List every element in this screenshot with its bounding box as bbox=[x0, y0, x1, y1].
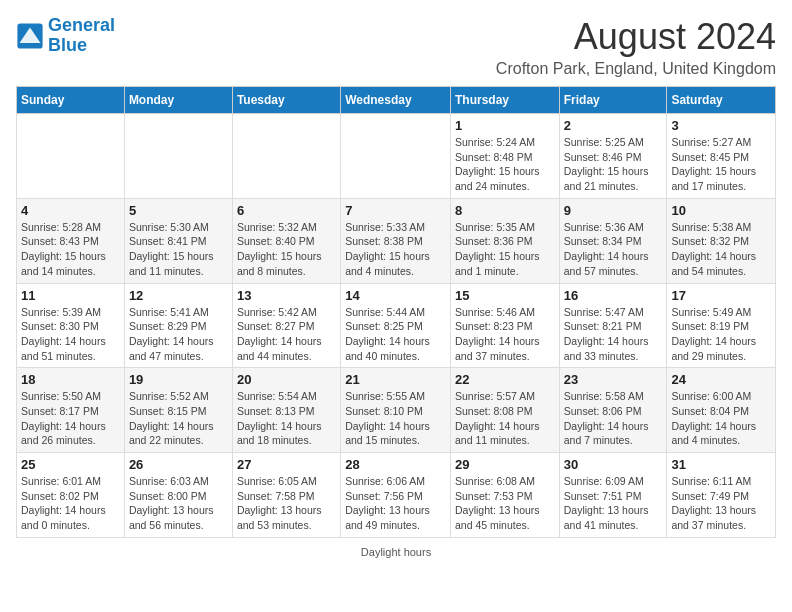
day-number: 30 bbox=[564, 457, 663, 472]
day-info: Sunrise: 6:03 AM Sunset: 8:00 PM Dayligh… bbox=[129, 474, 228, 533]
day-info: Sunrise: 5:28 AM Sunset: 8:43 PM Dayligh… bbox=[21, 220, 120, 279]
calendar-header-row: SundayMondayTuesdayWednesdayThursdayFrid… bbox=[17, 87, 776, 114]
day-info: Sunrise: 5:55 AM Sunset: 8:10 PM Dayligh… bbox=[345, 389, 446, 448]
logo: General Blue bbox=[16, 16, 115, 56]
day-info: Sunrise: 5:27 AM Sunset: 8:45 PM Dayligh… bbox=[671, 135, 771, 194]
calendar-cell: 18Sunrise: 5:50 AM Sunset: 8:17 PM Dayli… bbox=[17, 368, 125, 453]
day-number: 17 bbox=[671, 288, 771, 303]
footer-note: Daylight hours bbox=[16, 546, 776, 558]
day-info: Sunrise: 5:30 AM Sunset: 8:41 PM Dayligh… bbox=[129, 220, 228, 279]
calendar-cell: 3Sunrise: 5:27 AM Sunset: 8:45 PM Daylig… bbox=[667, 114, 776, 199]
calendar-cell: 8Sunrise: 5:35 AM Sunset: 8:36 PM Daylig… bbox=[450, 198, 559, 283]
page-title: August 2024 bbox=[496, 16, 776, 58]
day-info: Sunrise: 5:44 AM Sunset: 8:25 PM Dayligh… bbox=[345, 305, 446, 364]
calendar-cell: 30Sunrise: 6:09 AM Sunset: 7:51 PM Dayli… bbox=[559, 453, 667, 538]
day-number: 21 bbox=[345, 372, 446, 387]
day-number: 28 bbox=[345, 457, 446, 472]
day-number: 29 bbox=[455, 457, 555, 472]
calendar-day-header: Thursday bbox=[450, 87, 559, 114]
day-info: Sunrise: 6:05 AM Sunset: 7:58 PM Dayligh… bbox=[237, 474, 336, 533]
day-number: 14 bbox=[345, 288, 446, 303]
day-info: Sunrise: 5:58 AM Sunset: 8:06 PM Dayligh… bbox=[564, 389, 663, 448]
day-number: 25 bbox=[21, 457, 120, 472]
day-number: 5 bbox=[129, 203, 228, 218]
header: General Blue August 2024 Crofton Park, E… bbox=[16, 16, 776, 78]
day-info: Sunrise: 5:38 AM Sunset: 8:32 PM Dayligh… bbox=[671, 220, 771, 279]
calendar-cell bbox=[124, 114, 232, 199]
day-number: 10 bbox=[671, 203, 771, 218]
calendar-cell: 14Sunrise: 5:44 AM Sunset: 8:25 PM Dayli… bbox=[341, 283, 451, 368]
calendar-day-header: Tuesday bbox=[232, 87, 340, 114]
calendar-week-row: 4Sunrise: 5:28 AM Sunset: 8:43 PM Daylig… bbox=[17, 198, 776, 283]
calendar-cell: 28Sunrise: 6:06 AM Sunset: 7:56 PM Dayli… bbox=[341, 453, 451, 538]
calendar-cell: 20Sunrise: 5:54 AM Sunset: 8:13 PM Dayli… bbox=[232, 368, 340, 453]
calendar-cell: 26Sunrise: 6:03 AM Sunset: 8:00 PM Dayli… bbox=[124, 453, 232, 538]
day-number: 1 bbox=[455, 118, 555, 133]
day-info: Sunrise: 6:08 AM Sunset: 7:53 PM Dayligh… bbox=[455, 474, 555, 533]
calendar-cell: 1Sunrise: 5:24 AM Sunset: 8:48 PM Daylig… bbox=[450, 114, 559, 199]
calendar-day-header: Monday bbox=[124, 87, 232, 114]
title-area: August 2024 Crofton Park, England, Unite… bbox=[496, 16, 776, 78]
day-number: 6 bbox=[237, 203, 336, 218]
day-info: Sunrise: 6:01 AM Sunset: 8:02 PM Dayligh… bbox=[21, 474, 120, 533]
calendar-day-header: Wednesday bbox=[341, 87, 451, 114]
day-info: Sunrise: 5:35 AM Sunset: 8:36 PM Dayligh… bbox=[455, 220, 555, 279]
day-number: 26 bbox=[129, 457, 228, 472]
calendar-day-header: Saturday bbox=[667, 87, 776, 114]
day-info: Sunrise: 5:50 AM Sunset: 8:17 PM Dayligh… bbox=[21, 389, 120, 448]
day-number: 12 bbox=[129, 288, 228, 303]
calendar-cell: 29Sunrise: 6:08 AM Sunset: 7:53 PM Dayli… bbox=[450, 453, 559, 538]
day-number: 22 bbox=[455, 372, 555, 387]
day-number: 27 bbox=[237, 457, 336, 472]
day-number: 31 bbox=[671, 457, 771, 472]
day-info: Sunrise: 6:00 AM Sunset: 8:04 PM Dayligh… bbox=[671, 389, 771, 448]
calendar-cell: 11Sunrise: 5:39 AM Sunset: 8:30 PM Dayli… bbox=[17, 283, 125, 368]
calendar-cell: 22Sunrise: 5:57 AM Sunset: 8:08 PM Dayli… bbox=[450, 368, 559, 453]
calendar-cell: 17Sunrise: 5:49 AM Sunset: 8:19 PM Dayli… bbox=[667, 283, 776, 368]
calendar-cell: 2Sunrise: 5:25 AM Sunset: 8:46 PM Daylig… bbox=[559, 114, 667, 199]
day-info: Sunrise: 6:09 AM Sunset: 7:51 PM Dayligh… bbox=[564, 474, 663, 533]
day-info: Sunrise: 5:46 AM Sunset: 8:23 PM Dayligh… bbox=[455, 305, 555, 364]
calendar-cell bbox=[232, 114, 340, 199]
day-number: 16 bbox=[564, 288, 663, 303]
page-subtitle: Crofton Park, England, United Kingdom bbox=[496, 60, 776, 78]
day-info: Sunrise: 5:39 AM Sunset: 8:30 PM Dayligh… bbox=[21, 305, 120, 364]
day-number: 13 bbox=[237, 288, 336, 303]
calendar-cell: 9Sunrise: 5:36 AM Sunset: 8:34 PM Daylig… bbox=[559, 198, 667, 283]
day-info: Sunrise: 6:11 AM Sunset: 7:49 PM Dayligh… bbox=[671, 474, 771, 533]
calendar-cell: 25Sunrise: 6:01 AM Sunset: 8:02 PM Dayli… bbox=[17, 453, 125, 538]
calendar-cell bbox=[341, 114, 451, 199]
day-info: Sunrise: 5:47 AM Sunset: 8:21 PM Dayligh… bbox=[564, 305, 663, 364]
day-number: 2 bbox=[564, 118, 663, 133]
calendar-cell: 7Sunrise: 5:33 AM Sunset: 8:38 PM Daylig… bbox=[341, 198, 451, 283]
calendar-cell: 21Sunrise: 5:55 AM Sunset: 8:10 PM Dayli… bbox=[341, 368, 451, 453]
calendar-day-header: Friday bbox=[559, 87, 667, 114]
calendar-cell: 23Sunrise: 5:58 AM Sunset: 8:06 PM Dayli… bbox=[559, 368, 667, 453]
day-info: Sunrise: 5:32 AM Sunset: 8:40 PM Dayligh… bbox=[237, 220, 336, 279]
calendar-day-header: Sunday bbox=[17, 87, 125, 114]
calendar-cell: 16Sunrise: 5:47 AM Sunset: 8:21 PM Dayli… bbox=[559, 283, 667, 368]
day-number: 23 bbox=[564, 372, 663, 387]
calendar-cell: 5Sunrise: 5:30 AM Sunset: 8:41 PM Daylig… bbox=[124, 198, 232, 283]
day-info: Sunrise: 5:36 AM Sunset: 8:34 PM Dayligh… bbox=[564, 220, 663, 279]
day-info: Sunrise: 5:24 AM Sunset: 8:48 PM Dayligh… bbox=[455, 135, 555, 194]
calendar-week-row: 25Sunrise: 6:01 AM Sunset: 8:02 PM Dayli… bbox=[17, 453, 776, 538]
calendar-cell: 24Sunrise: 6:00 AM Sunset: 8:04 PM Dayli… bbox=[667, 368, 776, 453]
day-number: 15 bbox=[455, 288, 555, 303]
day-info: Sunrise: 5:52 AM Sunset: 8:15 PM Dayligh… bbox=[129, 389, 228, 448]
calendar-table: SundayMondayTuesdayWednesdayThursdayFrid… bbox=[16, 86, 776, 538]
day-info: Sunrise: 5:49 AM Sunset: 8:19 PM Dayligh… bbox=[671, 305, 771, 364]
day-info: Sunrise: 5:57 AM Sunset: 8:08 PM Dayligh… bbox=[455, 389, 555, 448]
calendar-cell: 6Sunrise: 5:32 AM Sunset: 8:40 PM Daylig… bbox=[232, 198, 340, 283]
day-number: 8 bbox=[455, 203, 555, 218]
calendar-cell: 15Sunrise: 5:46 AM Sunset: 8:23 PM Dayli… bbox=[450, 283, 559, 368]
day-number: 9 bbox=[564, 203, 663, 218]
calendar-cell: 12Sunrise: 5:41 AM Sunset: 8:29 PM Dayli… bbox=[124, 283, 232, 368]
calendar-week-row: 11Sunrise: 5:39 AM Sunset: 8:30 PM Dayli… bbox=[17, 283, 776, 368]
calendar-cell: 27Sunrise: 6:05 AM Sunset: 7:58 PM Dayli… bbox=[232, 453, 340, 538]
day-info: Sunrise: 5:42 AM Sunset: 8:27 PM Dayligh… bbox=[237, 305, 336, 364]
calendar-cell: 4Sunrise: 5:28 AM Sunset: 8:43 PM Daylig… bbox=[17, 198, 125, 283]
calendar-cell: 10Sunrise: 5:38 AM Sunset: 8:32 PM Dayli… bbox=[667, 198, 776, 283]
logo-text: General Blue bbox=[48, 16, 115, 56]
day-info: Sunrise: 6:06 AM Sunset: 7:56 PM Dayligh… bbox=[345, 474, 446, 533]
